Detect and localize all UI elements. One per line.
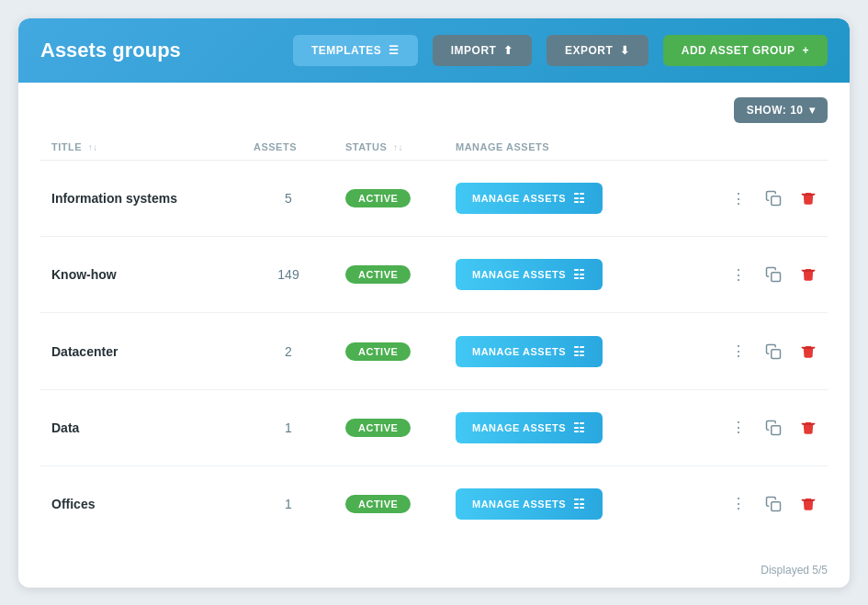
page-header: Assets groups TEMPLATES ☰ IMPORT ⬆ EXPOR… [18,18,850,83]
row-assets-1: 149 [242,237,334,313]
export-button[interactable]: EXPORT ⬇ [547,35,648,66]
import-label: IMPORT [451,44,497,57]
sort-arrows-status[interactable]: ↑↓ [393,142,403,152]
manage-icon-2: ☷ [573,344,586,359]
row-title-1: Know-how [40,237,242,313]
row-manage-2: MANAGE ASSETS ☷ [445,313,628,389]
row-status-3: ACTIVE [334,389,445,465]
content-area: SHOW: 10 ▾ TITLE ↑↓ ASSETS STATUS ↑↓ [18,83,850,556]
row-actions-2: ⋮ [628,313,828,389]
row-title-4: Offices [40,465,242,542]
row-assets-4: 1 [242,465,334,542]
svg-rect-0 [772,196,781,206]
show-label: SHOW: 10 [747,104,804,117]
more-options-icon-2[interactable]: ⋮ [727,339,750,364]
manage-icon-4: ☷ [573,497,586,511]
copy-icon-3[interactable] [761,416,785,440]
row-title-2: Datacenter [40,313,242,389]
table-row: Data 1 ACTIVE MANAGE ASSETS ☷ ⋮ [40,389,828,465]
chevron-down-icon: ▾ [809,104,816,117]
col-header-manage: MANAGE ASSETS [445,134,628,161]
svg-rect-17 [805,501,812,510]
row-actions-4: ⋮ [628,465,828,542]
page-title: Assets groups [40,39,278,62]
delete-icon-0[interactable] [796,186,820,210]
col-header-title: TITLE ↑↓ [40,134,242,161]
row-title-0: Information systems [40,161,242,237]
copy-icon-2[interactable] [761,340,785,364]
manage-icon-0: ☷ [573,191,586,206]
more-options-icon-1[interactable]: ⋮ [727,263,750,287]
table-row: Know-how 149 ACTIVE MANAGE ASSETS ☷ ⋮ [40,237,828,313]
svg-rect-7 [802,270,815,272]
more-options-icon-0[interactable]: ⋮ [727,186,750,211]
col-header-actions [628,134,828,161]
table-footer: Displayed 5/5 [18,556,850,588]
svg-rect-5 [805,272,812,281]
manage-assets-button-4[interactable]: MANAGE ASSETS ☷ [456,488,603,520]
manage-icon-3: ☷ [573,420,586,435]
table-row: Datacenter 2 ACTIVE MANAGE ASSETS ☷ ⋮ [40,313,828,389]
delete-icon-2[interactable] [796,340,820,364]
status-badge-1: ACTIVE [345,265,411,284]
row-actions-0: ⋮ [628,161,828,237]
displayed-count: Displayed 5/5 [761,564,828,577]
svg-rect-11 [802,347,815,349]
add-asset-group-button[interactable]: ADD ASSET GROUP + [663,35,828,66]
import-button[interactable]: IMPORT ⬆ [433,35,532,66]
row-manage-3: MANAGE ASSETS ☷ [445,389,628,465]
delete-icon-4[interactable] [796,492,820,516]
copy-icon-0[interactable] [761,186,785,210]
svg-rect-8 [772,349,781,358]
export-label: EXPORT [565,44,613,57]
download-icon: ⬇ [620,44,630,57]
show-select-button[interactable]: SHOW: 10 ▾ [734,97,828,123]
more-options-icon-3[interactable]: ⋮ [727,415,750,440]
status-badge-2: ACTIVE [345,342,411,361]
copy-icon-1[interactable] [761,263,785,286]
copy-icon-4[interactable] [761,492,785,516]
main-card: Assets groups TEMPLATES ☰ IMPORT ⬆ EXPOR… [18,18,850,588]
row-status-0: ACTIVE [334,161,445,237]
row-assets-3: 1 [242,389,334,465]
row-assets-2: 2 [242,313,334,389]
row-status-4: ACTIVE [334,465,445,542]
row-status-2: ACTIVE [334,313,445,389]
manage-assets-button-2[interactable]: MANAGE ASSETS ☷ [456,336,603,367]
status-badge-3: ACTIVE [345,419,411,437]
sort-arrows-title[interactable]: ↑↓ [88,142,98,152]
templates-button[interactable]: TEMPLATES ☰ [293,35,418,66]
manage-assets-button-3[interactable]: MANAGE ASSETS ☷ [456,412,603,443]
more-options-icon-4[interactable]: ⋮ [727,491,750,516]
manage-icon-1: ☷ [573,267,586,282]
manage-assets-button-0[interactable]: MANAGE ASSETS ☷ [456,183,603,214]
row-actions-1: ⋮ [628,237,828,313]
svg-rect-9 [805,349,812,358]
row-manage-1: MANAGE ASSETS ☷ [445,237,628,313]
manage-assets-button-1[interactable]: MANAGE ASSETS ☷ [456,259,603,290]
list-icon: ☰ [389,44,400,57]
row-assets-0: 5 [242,161,334,237]
row-status-1: ACTIVE [334,237,445,313]
col-header-status: STATUS ↑↓ [334,134,445,161]
delete-icon-1[interactable] [796,263,820,286]
svg-rect-3 [802,194,815,196]
upload-icon: ⬆ [503,44,513,57]
templates-label: TEMPLATES [311,44,381,57]
svg-rect-13 [805,425,812,434]
delete-icon-3[interactable] [796,416,820,440]
assets-table: TITLE ↑↓ ASSETS STATUS ↑↓ MANAGE ASSETS [40,134,828,542]
row-actions-3: ⋮ [628,389,828,465]
row-manage-0: MANAGE ASSETS ☷ [445,161,628,237]
svg-rect-4 [772,273,781,282]
add-label: ADD ASSET GROUP [682,44,795,57]
table-row: Offices 1 ACTIVE MANAGE ASSETS ☷ ⋮ [40,465,828,542]
svg-rect-12 [772,426,781,435]
table-header-row: TITLE ↑↓ ASSETS STATUS ↑↓ MANAGE ASSETS [40,134,828,161]
status-badge-4: ACTIVE [345,495,411,513]
svg-rect-16 [772,502,781,511]
svg-rect-19 [802,499,815,501]
row-manage-4: MANAGE ASSETS ☷ [445,465,628,542]
status-badge-0: ACTIVE [345,189,411,207]
svg-rect-15 [802,423,815,425]
